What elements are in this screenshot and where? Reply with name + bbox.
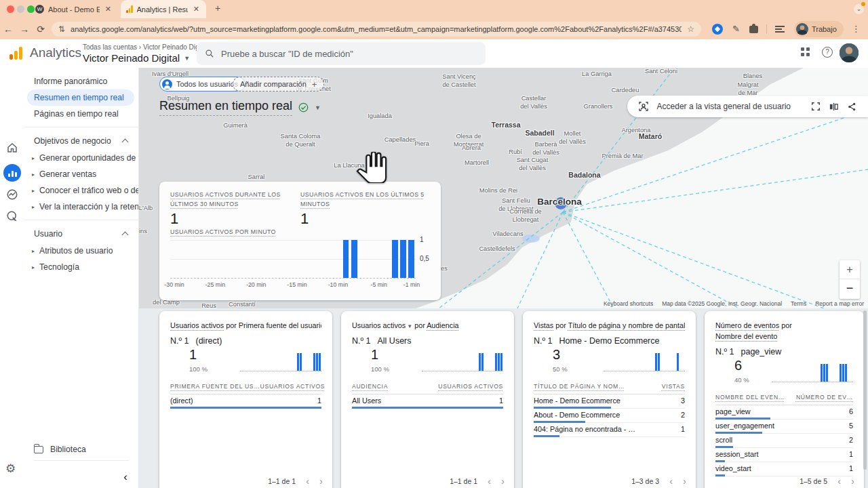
sidebar-item-library[interactable]: Biblioteca	[34, 445, 86, 454]
sidebar-item-generar-ventas[interactable]: ▸Generar ventas	[24, 166, 138, 182]
bookmark-star-icon[interactable]: ☆	[687, 24, 694, 34]
breadcrumb[interactable]: Todas las cuentas › Victor Peinado Digit…	[83, 43, 208, 51]
sidebar-item-ver-la-interaccion-y-la-retenci[interactable]: ▸Ver la interacción y la retenci…	[24, 199, 138, 215]
scrollbar-thumb[interactable]	[863, 310, 867, 470]
account-selector[interactable]: Victor Peinado Digital ▼	[83, 52, 190, 64]
window-minimize-button[interactable]	[17, 5, 24, 13]
nav-section-usuario[interactable]: Usuario	[24, 225, 138, 243]
column-header[interactable]: AUDIENCIA	[352, 383, 388, 390]
admin-gear-icon[interactable]: ⚙	[5, 462, 16, 476]
nav-section-label: Objetivos de negocio	[34, 136, 111, 146]
chevron-down-icon[interactable]: ▼	[315, 104, 321, 111]
password-manager-icon[interactable]	[712, 24, 723, 35]
column-header[interactable]: USUARIOS ACTIVOS	[260, 383, 326, 390]
reload-button[interactable]: ⟳	[33, 24, 49, 35]
sidebar-item-label: Resumen en tiempo real	[34, 93, 124, 102]
sidebar-item-conocer-el-trafico-web-o-de-a[interactable]: ▸Conocer el tráfico web o de a…	[24, 182, 138, 199]
table-row[interactable]: video_start1	[715, 462, 853, 476]
add-comparison-chip[interactable]: Añadir comparación +	[233, 77, 324, 92]
map-attribution: Keyboard shortcutsMap data ©2025 Google,…	[604, 300, 864, 307]
report-card-3: Vistas por Título de página y nombre de …	[523, 311, 696, 488]
report-title[interactable]: Resumen en tiempo real	[159, 99, 292, 116]
table-row[interactable]: scroll2	[715, 434, 853, 448]
prev-page-button[interactable]: ‹	[669, 476, 673, 486]
app-rail: ⚙	[0, 68, 24, 488]
zoom-out-button[interactable]: −	[840, 279, 860, 298]
table-row[interactable]: page_view6	[715, 405, 853, 420]
column-header[interactable]: USUARIOS ACTIVOS	[438, 383, 503, 390]
reading-list-icon[interactable]	[775, 26, 785, 33]
compare-reports-icon[interactable]	[829, 102, 839, 112]
chevron-down-icon[interactable]: ▼	[407, 323, 412, 329]
tab-close-icon[interactable]: ✕	[104, 5, 113, 14]
new-tab-button[interactable]: +	[212, 3, 224, 15]
home-icon[interactable]	[6, 142, 18, 154]
card-title-part[interactable]: Primera fuente del usuario	[239, 321, 321, 329]
map-label-mataro: Mataró	[639, 132, 662, 141]
data-quality-check-icon[interactable]	[298, 102, 309, 113]
table-row[interactable]: About - Demo Ecommerce2	[534, 409, 685, 423]
realtime-geo-map[interactable]: Ivars d'UrgellBellpuigSant Guim de Freix…	[139, 68, 868, 308]
chevron-up-icon	[122, 232, 129, 239]
map-attribution-terms[interactable]: Terms	[791, 300, 806, 307]
user-snapshot-pill[interactable]: Acceder a la vista general de usuario	[627, 96, 868, 117]
row-value: 1	[317, 396, 321, 405]
map-attribution-keyboard-shortcuts[interactable]: Keyboard shortcuts	[604, 300, 653, 307]
apps-grid-icon[interactable]	[801, 47, 810, 56]
browser-menu-icon[interactable]: ⋮	[852, 24, 861, 34]
extensions-icon[interactable]	[749, 24, 758, 33]
sidebar-item-tecnologia[interactable]: ▸Tecnología	[24, 259, 138, 275]
window-close-button[interactable]	[7, 5, 14, 13]
search-bar[interactable]	[197, 42, 486, 65]
column-header[interactable]: NÚMERO DE EV…	[796, 394, 853, 401]
help-icon[interactable]: ?	[822, 47, 833, 58]
nav-section-objetivos-de-negocio[interactable]: Objetivos de negocio	[24, 132, 138, 150]
advertising-icon[interactable]	[6, 210, 18, 222]
sidebar-item-generar-oportunidades-de-v[interactable]: ▸Generar oportunidades de v…	[24, 150, 138, 166]
user-avatar[interactable]	[840, 43, 859, 62]
column-header[interactable]: PRIMERA FUENTE DEL US…	[170, 383, 260, 390]
collapse-nav-icon[interactable]: ‹	[123, 471, 127, 483]
metric-label-30min: USUARIOS ACTIVOS DURANTE LOS ÚLTIMOS 30 …	[170, 190, 298, 209]
prev-page-button[interactable]: ‹	[488, 476, 491, 486]
address-bar[interactable]: ⇅ analytics.google.com/analytics/web/?ut…	[52, 22, 701, 37]
zoom-in-button[interactable]: +	[840, 260, 860, 279]
table-row[interactable]: 404: Página no encontrada - …1	[534, 423, 685, 437]
next-page-button[interactable]: ›	[319, 476, 323, 486]
fullscreen-icon[interactable]	[811, 102, 821, 111]
next-page-button[interactable]: ›	[683, 476, 686, 486]
sidebar-item-atributos-de-usuario[interactable]: ▸Atributos de usuario	[24, 243, 138, 259]
table-row[interactable]: user_engagement5	[715, 420, 853, 434]
table-row[interactable]: session_start1	[715, 448, 853, 462]
browser-tab-about[interactable]: W About - Demo Ecommerce ✕	[30, 0, 118, 18]
column-header[interactable]: VISTAS	[662, 383, 685, 390]
forward-button[interactable]: →	[16, 24, 33, 35]
card-title-part[interactable]: Usuarios activos	[352, 321, 406, 329]
column-header[interactable]: TÍTULO DE PÁGINA Y NOM…	[534, 383, 625, 390]
table-row[interactable]: Home - Demo Ecommerce3	[534, 394, 685, 409]
next-page-button[interactable]: ›	[851, 476, 854, 486]
explore-icon[interactable]	[6, 188, 18, 201]
sidebar-item-resumen-en-tiempo-real[interactable]: Resumen en tiempo real	[27, 89, 134, 106]
browser-profile-chip[interactable]: Trabajo	[794, 21, 844, 37]
sidebar-item-informe-panoramico[interactable]: Informe panorámico	[24, 73, 138, 89]
prev-page-button[interactable]: ‹	[837, 476, 841, 486]
search-input[interactable]	[221, 49, 477, 59]
tab-close-icon[interactable]: ✕	[192, 5, 201, 14]
share-icon[interactable]	[847, 102, 857, 112]
rank-label: N.º 1	[715, 347, 734, 357]
sidebar-item-paginas-en-tiempo-real[interactable]: Páginas en tiempo real	[24, 106, 138, 122]
browser-tab-analytics[interactable]: Analytics | Resumen en tiemp ✕	[121, 0, 206, 18]
next-page-button[interactable]: ›	[501, 476, 505, 486]
table-row[interactable]: All Users1	[352, 394, 503, 409]
map-attribution-map-data-2025-google-inst-geogr-[interactable]: Map data ©2025 Google, Inst. Geogr. Naci…	[662, 300, 782, 307]
column-header[interactable]: NOMBRE DEL EVEN…	[715, 394, 785, 401]
pen-icon[interactable]: ✎	[732, 24, 740, 34]
site-settings-icon[interactable]: ⇅	[58, 24, 65, 34]
table-row[interactable]: (direct)1	[170, 394, 321, 409]
map-attribution-report-a-map-error[interactable]: Report a map error	[815, 300, 864, 307]
row-dimension: user_engagement	[715, 422, 774, 430]
prev-page-button[interactable]: ‹	[306, 476, 309, 486]
back-button[interactable]: ←	[0, 24, 16, 35]
reports-icon[interactable]	[3, 164, 21, 182]
